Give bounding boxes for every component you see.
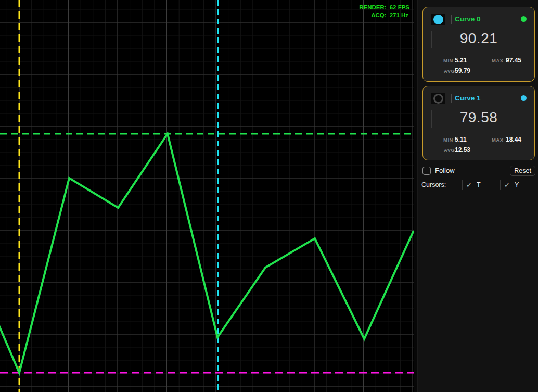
curve-0-trace [0,134,414,373]
curve-0-name: Curve 0 [455,14,481,25]
waveform-plot[interactable] [0,0,414,392]
curve-1-avg-value: 12.53 [455,146,470,154]
curve-0-color-dot-icon [521,16,527,22]
panel-splitter[interactable] [414,0,418,392]
render-fps-label: RENDER: [359,4,386,11]
curve-0-min-value: 5.21 [455,57,467,64]
header-separator [451,15,452,24]
avg-label: AVG [444,147,455,153]
curve-1-min-value: 5.11 [455,136,467,143]
min-label: MIN [443,137,453,143]
curve-1-color-dot-icon [521,95,527,101]
scope-app: RENDER: 62 FPS ACQ: 271 Hz Curve 0 90.21… [0,0,538,392]
curve-card-0[interactable]: Curve 0 90.21 MIN 5.21 MAX 97.45 AVG 59.… [422,7,535,82]
curve-1-name: Curve 1 [455,93,481,104]
curve-card-1-header: Curve 1 [431,93,527,104]
follow-checkbox[interactable] [422,167,431,175]
check-icon: ✓ [504,181,510,189]
curve-0-visibility-circle-icon [433,15,443,24]
curve-0-max-value: 97.45 [506,57,521,64]
render-stats: RENDER: 62 FPS ACQ: 271 Hz [359,4,409,19]
follow-label: Follow [435,167,455,174]
reset-button[interactable]: Reset [510,166,535,176]
check-icon: ✓ [466,181,472,189]
max-label: MAX [492,137,504,143]
avg-label: AVG [444,68,455,74]
curve-1-visibility-circle-icon [433,94,443,104]
sidebar: Curve 0 90.21 MIN 5.21 MAX 97.45 AVG 59.… [418,0,538,392]
header-separator [451,94,452,103]
y-cursor-checkbox[interactable]: ✓ Y [500,180,519,190]
acq-rate-label: ACQ: [359,11,386,19]
acq-rate-value: 271 Hz [390,11,409,19]
curve-1-visibility-toggle[interactable] [431,93,445,104]
curve-1-max-value: 18.44 [506,136,521,143]
plot-area[interactable]: RENDER: 62 FPS ACQ: 271 Hz [0,0,414,392]
curve-card-0-header: Curve 0 [431,14,527,25]
curve-1-current-value: 79.58 [423,109,534,126]
curve-card-1[interactable]: Curve 1 79.58 MIN 5.11 MAX 18.44 AVG 12.… [422,86,535,160]
curve-0-visibility-toggle[interactable] [431,14,445,25]
t-cursor-label: T [477,181,481,188]
cursors-label: Cursors: [421,181,446,188]
curve-0-current-value: 90.21 [423,30,534,47]
max-label: MAX [492,58,504,64]
curve-0-avg-value: 59.79 [455,67,470,74]
y-cursor-label: Y [515,181,519,188]
min-label: MIN [443,58,453,64]
render-fps-value: 62 FPS [390,4,409,11]
t-cursor-checkbox[interactable]: ✓ T [462,180,481,190]
